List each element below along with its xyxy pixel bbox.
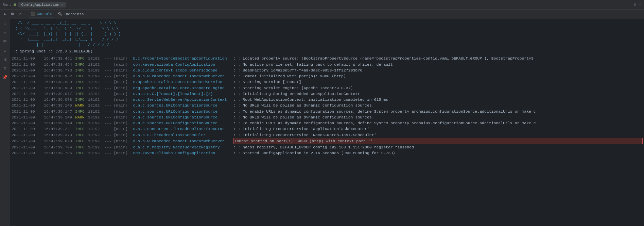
log-level: INFO <box>75 144 88 150</box>
log-time: 16:47:39.704 <box>44 144 75 150</box>
log-message: : : Starting Servlet engine: [Apache Tom… <box>233 85 643 91</box>
log-class: com.kaven.alibaba.ConfigApplication <box>133 62 233 67</box>
sidebar-icon-3[interactable]: ☰ <box>1 38 9 46</box>
log-thread: main] <box>116 97 133 102</box>
log-thread: main] <box>116 144 133 150</box>
log-line: 2021-11-09 16:47:38.451 INFO 18192 --- [… <box>12 55 643 61</box>
log-sep: --- [ <box>104 55 116 61</box>
log-message: : : Initializing ExecutorService 'Nacos-… <box>233 132 643 138</box>
endpoints-icon: 🔌 <box>58 12 63 16</box>
title-bar: Run: ConfigApplication ✕ ⚙ — <box>0 0 644 10</box>
log-thread: main] <box>116 150 133 156</box>
log-level: INFO <box>75 91 88 97</box>
log-sep: --- [ <box>104 120 116 126</box>
log-line: 2021-11-09 16:47:38.989 INFO 18192 --- [… <box>12 85 643 91</box>
log-level: INFO <box>75 132 88 138</box>
sidebar-icon-6[interactable]: 🗑 <box>1 65 9 72</box>
log-level: INFO <box>75 120 88 126</box>
log-class: o.apache.catalina.core.StandardService <box>133 79 233 85</box>
log-time: 16:47:39.149 <box>44 114 75 120</box>
log-level: INFO <box>75 67 88 73</box>
log-line: 2021-11-09 16:47:38.989 INFO 18192 --- [… <box>12 79 643 85</box>
log-pid: 18192 <box>88 144 104 150</box>
log-message: : : No active profile set, falling back … <box>233 62 643 67</box>
log-message: : : Starting service [Tomcat] <box>233 79 643 85</box>
log-message: : : BeanFactory id=a23e57ff-f4a9-3a8c-9d… <box>233 67 643 73</box>
log-class: o.s.s.concurrent.ThreadPoolTaskExecutor <box>133 126 233 132</box>
log-class: o.a.c.c.C.[Tomcat].[localhost].[/] <box>133 91 233 97</box>
log-class: b.c.PropertySourceBootstrapConfiguration <box>133 55 233 61</box>
log-time: 16:47:39.241 <box>44 126 75 132</box>
sidebar-icon-2[interactable]: ⬆ <box>1 29 9 37</box>
log-time: 16:47:39.149 <box>44 120 75 126</box>
toolbar-icon-3[interactable]: ↺ <box>17 11 23 17</box>
log-sep: --- [ <box>104 138 116 144</box>
log-sep: --- [ <box>104 114 116 120</box>
log-date: 2021-11-09 <box>12 132 44 138</box>
log-line: 2021-11-09 16:47:38.454 INFO 18192 --- [… <box>12 62 643 67</box>
log-message: : : No URLs will be polled as dynamic co… <box>233 102 643 108</box>
log-pid: 18192 <box>88 85 104 91</box>
log-thread: main] <box>116 120 133 126</box>
spring-banner: /\ / ___'_ __ _ _(_)_ __ __ _ \ \ \ \ ( … <box>10 19 644 49</box>
log-pid: 18192 <box>88 126 104 132</box>
app-status-dot <box>14 3 16 6</box>
log-class: c.n.c.sources.URLConfigurationSource <box>133 109 233 114</box>
log-thread: main] <box>116 91 133 97</box>
log-date: 2021-11-09 <box>12 79 44 85</box>
sidebar-icon-4[interactable]: ⊡ <box>1 47 9 54</box>
log-date: 2021-11-09 <box>12 114 44 120</box>
log-pid: 18192 <box>88 138 104 144</box>
sidebar-icon-7[interactable]: 📌 <box>1 74 9 81</box>
toolbar-icon-2[interactable]: ⏹ <box>10 11 16 17</box>
log-date: 2021-11-09 <box>12 73 44 79</box>
console-label: Console <box>37 12 52 16</box>
log-message: : : Started ConfigApplication in 2.16 se… <box>233 150 643 156</box>
endpoints-tab[interactable]: 🔌 Endpoints <box>56 11 86 17</box>
sidebar-icon-1[interactable]: ⬇ <box>1 20 9 28</box>
console-icon: ⬛ <box>31 12 36 16</box>
log-pid: 18192 <box>88 109 104 114</box>
log-thread: main] <box>116 85 133 91</box>
log-class: o.s.b.w.embedded.tomcat.TomcatWebServer <box>133 73 233 79</box>
log-time: 16:47:38.989 <box>44 85 75 91</box>
log-pid: 18192 <box>88 102 104 108</box>
console-tab[interactable]: ⬛ Console <box>29 11 54 17</box>
log-sep: --- [ <box>104 150 116 156</box>
log-level: INFO <box>75 62 88 67</box>
log-level: INFO <box>75 109 88 114</box>
log-container: 2021-11-09 16:47:38.451 INFO 18192 --- [… <box>10 55 644 226</box>
minimize-icon[interactable]: — <box>639 2 641 7</box>
log-line: 2021-11-09 16:47:39.077 INFO 18192 --- [… <box>12 91 643 97</box>
log-sep: --- [ <box>104 144 116 150</box>
log-time: 16:47:39.077 <box>44 91 75 97</box>
toolbar: ▶ ⏹ ↺ ⬛ Console 🔌 Endpoints <box>0 10 644 19</box>
toolbar-icon-1[interactable]: ▶ <box>2 11 8 17</box>
log-pid: 18192 <box>88 73 104 79</box>
log-class: o.s.cloud.context.scope.GenericScope <box>133 67 233 73</box>
log-time: 16:47:39.146 <box>44 102 75 108</box>
log-sep: --- [ <box>104 102 116 108</box>
log-pid: 18192 <box>88 55 104 61</box>
sidebar: ⬇ ⬆ ☰ ⊡ 🖨 🗑 📌 <box>0 19 10 226</box>
log-date: 2021-11-09 <box>12 102 44 108</box>
log-date: 2021-11-09 <box>12 62 44 67</box>
log-pid: 18192 <box>88 114 104 120</box>
log-date: 2021-11-09 <box>12 109 44 114</box>
log-message: : : Located property source: [BootstrapP… <box>233 55 643 61</box>
run-label: Run: <box>3 3 12 7</box>
log-line: 2021-11-09 16:47:39.705 INFO 18192 --- [… <box>12 150 643 156</box>
sidebar-icon-5[interactable]: 🖨 <box>1 56 9 63</box>
log-sep: --- [ <box>104 132 116 138</box>
log-message: : : Initializing ExecutorService 'applic… <box>233 126 643 132</box>
tab-close-icon[interactable]: ✕ <box>61 3 63 7</box>
log-sep: --- [ <box>104 97 116 102</box>
log-level: INFO <box>75 150 88 156</box>
settings-icon[interactable]: ⚙ <box>634 2 636 7</box>
config-app-tab[interactable]: ConfigApplication ✕ <box>18 2 66 7</box>
log-time: 16:47:38.982 <box>44 73 75 79</box>
log-thread: main] <box>116 67 133 73</box>
log-date: 2021-11-09 <box>12 55 44 61</box>
log-line: 2021-11-09 16:47:39.146 WARN 18192 --- [… <box>12 102 643 108</box>
log-class: com.kaven.alibaba.ConfigApplication <box>133 150 233 156</box>
